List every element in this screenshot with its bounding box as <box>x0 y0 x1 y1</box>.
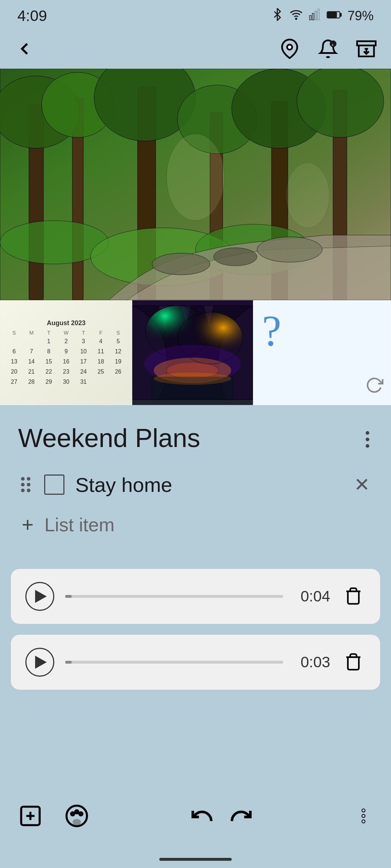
calendar-title: August 2023 <box>47 319 85 327</box>
delete-audio-2-button[interactable] <box>341 650 366 675</box>
progress-bar-1[interactable] <box>65 595 283 598</box>
svg-point-51 <box>75 810 79 813</box>
more-options-toolbar-button[interactable] <box>354 807 373 825</box>
bluetooth-icon <box>271 8 284 24</box>
svg-rect-6 <box>340 13 341 17</box>
cal-header: S <box>110 330 126 336</box>
home-indicator <box>159 858 232 861</box>
svg-rect-2 <box>312 13 314 20</box>
thumb-cave[interactable] <box>132 300 253 405</box>
calendar-grid: S M T W T F S 1 2 3 4 5 6 7 8 9 10 11 12… <box>6 330 126 386</box>
svg-point-52 <box>79 812 83 816</box>
back-button[interactable] <box>14 39 35 59</box>
refresh-icon[interactable] <box>365 376 383 397</box>
status-bar: 4:09 <box>0 0 391 29</box>
play-icon-1 <box>35 590 47 603</box>
play-icon-2 <box>35 656 47 669</box>
add-image-button[interactable] <box>18 804 43 828</box>
duration-1: 0:04 <box>294 588 330 605</box>
thumb-unknown[interactable]: ? <box>253 300 391 405</box>
main-image <box>0 69 391 300</box>
bottom-toolbar <box>0 793 391 839</box>
toolbar-center <box>190 804 253 828</box>
svg-text:+: + <box>331 42 334 47</box>
svg-point-8 <box>287 44 292 50</box>
note-title: Weekend Plans <box>18 423 200 453</box>
status-time: 4:09 <box>17 7 47 25</box>
reminder-button[interactable]: + <box>318 39 338 59</box>
action-bar-right: + <box>279 39 377 59</box>
audio-section: 0:04 0:03 <box>0 569 391 715</box>
svg-rect-1 <box>310 16 311 20</box>
cal-header: M <box>24 330 39 336</box>
status-icons: 79% <box>271 8 374 24</box>
add-icon: + <box>22 513 34 536</box>
more-dots-icon <box>362 427 373 451</box>
svg-rect-7 <box>328 12 337 18</box>
delete-list-item-button[interactable]: ✕ <box>351 471 373 498</box>
svg-point-53 <box>362 809 365 812</box>
play-button-2[interactable] <box>25 648 54 677</box>
play-button-1[interactable] <box>25 582 54 611</box>
cal-header: S <box>6 330 22 336</box>
svg-point-33 <box>167 134 224 221</box>
svg-point-34 <box>286 163 329 228</box>
svg-point-0 <box>295 18 297 19</box>
signal-icon <box>308 8 321 24</box>
note-content: Weekend Plans Stay home ✕ + List item <box>0 405 391 569</box>
audio-player-2: 0:03 <box>11 635 380 690</box>
svg-point-31 <box>214 248 257 266</box>
svg-rect-4 <box>318 9 319 20</box>
progress-bar-2[interactable] <box>65 661 283 664</box>
audio-player-1: 0:04 <box>11 569 380 624</box>
wifi-icon <box>289 8 303 24</box>
cal-header: T <box>41 330 57 336</box>
add-item-placeholder: List item <box>45 514 115 536</box>
battery-percentage: 79% <box>348 8 374 24</box>
svg-point-26 <box>297 69 384 137</box>
more-options-button[interactable] <box>362 423 373 451</box>
toolbar-left <box>18 804 89 828</box>
svg-point-45 <box>154 372 232 385</box>
drag-handle-icon[interactable] <box>18 474 33 495</box>
palette-button[interactable] <box>64 804 89 828</box>
cal-header: W <box>58 330 74 336</box>
progress-fill-1 <box>65 595 72 598</box>
question-mark-icon: ? <box>262 309 281 353</box>
svg-point-32 <box>257 237 322 262</box>
list-item: Stay home ✕ <box>18 471 373 498</box>
list-item-text: Stay home <box>75 473 340 497</box>
redo-button[interactable] <box>229 804 253 828</box>
svg-rect-3 <box>315 11 317 20</box>
thumbnail-row: August 2023 S M T W T F S 1 2 3 4 5 6 7 … <box>0 300 391 405</box>
undo-button[interactable] <box>190 804 214 828</box>
svg-point-55 <box>362 820 365 823</box>
archive-button[interactable] <box>356 39 377 59</box>
list-item-checkbox[interactable] <box>44 475 64 495</box>
duration-2: 0:03 <box>294 654 330 671</box>
delete-audio-1-button[interactable] <box>341 584 366 609</box>
svg-point-50 <box>71 812 74 816</box>
cal-header: T <box>76 330 92 336</box>
svg-rect-11 <box>357 41 375 46</box>
note-header: Weekend Plans <box>18 423 373 453</box>
progress-fill-2 <box>65 661 72 664</box>
add-item-row[interactable]: + List item <box>18 513 373 536</box>
battery-icon <box>327 8 342 24</box>
action-bar: + <box>0 29 391 69</box>
cal-header: F <box>93 330 109 336</box>
thumb-calendar[interactable]: August 2023 S M T W T F S 1 2 3 4 5 6 7 … <box>0 300 132 405</box>
pin-button[interactable] <box>279 39 300 59</box>
svg-point-54 <box>362 814 365 818</box>
svg-point-30 <box>152 253 210 275</box>
